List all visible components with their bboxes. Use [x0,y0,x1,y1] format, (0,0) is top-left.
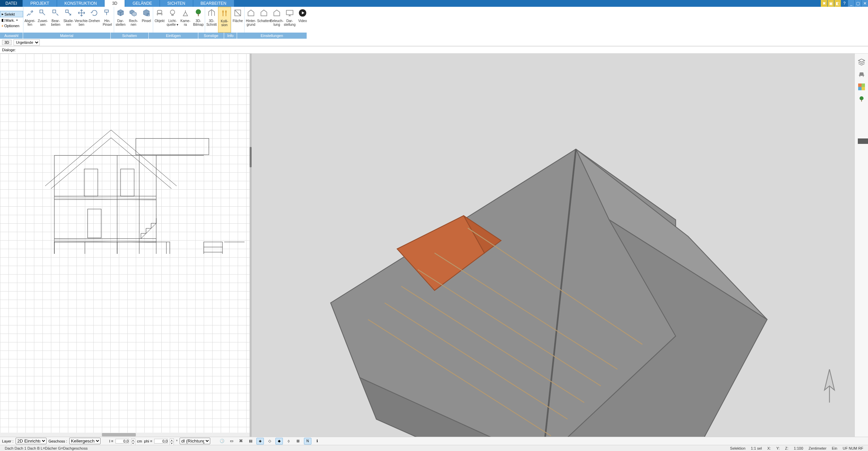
status-left: Dach Dach 1 Dach B L=Dächer G=Dachgescho… [2,446,90,450]
menu-datei[interactable]: DATEI [0,0,23,7]
ribbon-screen-button[interactable]: Dar-stellung [283,7,296,33]
svg-rect-3 [105,10,108,12]
group-label: Auswahl [0,33,23,39]
ribbon-houseo-button[interactable]: Schatten [257,7,270,33]
tool-icon[interactable]: ✖ [820,0,827,7]
icon-grid[interactable]: ⊞ [294,438,302,445]
options-button[interactable]: +Optionen [0,23,23,29]
ribbon-cubeb-button[interactable]: Pinsel [140,7,153,33]
ribbon-assign-button[interactable]: Zuwei-sen [36,7,49,33]
ribbon: ▸Selekt ◧Mark. +Optionen Abgrei-fenZuwei… [0,7,868,33]
horizontal-scrollbar[interactable] [0,433,250,437]
chair-icon [155,8,164,18]
svg-rect-0 [40,10,43,13]
svg-rect-1 [53,10,56,13]
view-2d[interactable] [0,54,250,437]
menu-3d[interactable]: 3D [105,0,125,7]
ribbon-tree-button[interactable]: 3D-Bitmap [192,7,205,33]
ribbon-area-button[interactable]: Fläche [231,7,244,33]
tool-icon[interactable]: ◧ [834,0,841,7]
section-icon [207,8,216,18]
floor-label: Geschoss : [49,439,67,443]
ribbon-section-button[interactable]: 3D-Schnitt [205,7,218,33]
menu-bar: DATEI PROJEKT KONSTRUKTION 3D GELÄNDE SI… [0,0,868,7]
phi-input[interactable] [154,439,168,444]
menu-projekt[interactable]: PROJEKT [23,0,57,7]
furniture-icon[interactable] [857,71,866,79]
svg-rect-25 [121,169,134,196]
mark-button[interactable]: ◧Mark. [0,17,23,23]
menu-gelaende[interactable]: GELÄNDE [125,0,160,7]
tree-icon[interactable] [857,95,866,103]
ribbon-cubes-button[interactable]: Rech-nen [127,7,140,33]
maximize-icon[interactable]: ▢ [854,0,861,7]
menu-konstruktion[interactable]: KONSTRUKTION [57,0,105,7]
phi-stepper[interactable]: ▴▾ [170,438,174,444]
status-y: Y: [774,446,782,450]
floor-select[interactable]: Kellergesch [69,438,101,444]
icon-n[interactable]: N [304,438,311,445]
icon-window[interactable]: ▭ [228,438,235,445]
cubes-icon [129,8,138,18]
icon-snap2[interactable]: ◇ [266,438,273,445]
layer-label: Layer : [2,439,14,443]
ribbon-eyedrop-button[interactable]: Abgrei-fen [23,7,36,33]
move-icon [77,8,86,18]
ribbon-chair-button[interactable]: Objekt [153,7,166,33]
ribbon-play-button[interactable]: Video [296,7,309,33]
menu-bearbeiten[interactable]: BEARBEITEN [193,0,234,7]
dl-select[interactable]: dl (Richtung/Di [180,438,210,444]
dialog-bar: Dialoge: [0,46,868,54]
status-z: Z: [782,446,791,450]
icon-clock[interactable]: 🕓 [218,438,226,445]
layer-select[interactable]: Urgelände [14,39,40,45]
layers-icon[interactable] [857,58,866,66]
ribbon-move-button[interactable]: Verschie-ben [75,7,88,33]
icon-snap4[interactable]: ◊ [285,438,292,445]
right-panel [854,54,868,437]
ribbon-brush-button[interactable]: Hin.Pinsel [101,7,114,33]
ribbon-bulb-button[interactable]: Licht-quelle ▾ [166,7,179,33]
view-mode[interactable]: 3D [2,40,12,45]
ribbon-group-einstellungen: Hinter-grundSchattenBeleuch-tungDar-stel… [245,7,868,33]
svg-rect-65 [859,75,864,76]
icon-stack[interactable]: ▤ [247,438,254,445]
bulb-icon [168,8,177,18]
select-button[interactable]: ▸Selekt [0,11,23,17]
status-x: X: [765,446,774,450]
group-label: Einstellungen [237,33,307,39]
ribbon-rotate-button[interactable]: Drehen [88,7,101,33]
ribbon-collision-button[interactable]: Kolli-sion [218,7,231,33]
l-stepper[interactable]: ▴▾ [131,438,135,444]
svg-rect-69 [861,100,862,102]
minimize-icon[interactable]: _ [848,0,854,7]
svg-rect-31 [54,242,170,254]
ribbon-edit-button[interactable]: Bear-beiten [49,7,62,33]
menu-sichten[interactable]: SICHTEN [160,0,193,7]
status-extra: UF NUM RF [840,446,866,450]
window-controls: ✖ ▣ ◧ ? _ ▢ ✕ [820,0,868,7]
ribbon-houseo-button[interactable]: Beleuch-tung [270,7,283,33]
close-icon[interactable]: ✕ [861,0,868,7]
ribbon-cube-button[interactable]: Dar-stellen [114,7,127,33]
layer-select-bottom[interactable]: 2D Einrichtı [16,438,47,444]
ribbon-cam-button[interactable]: Kame-ra [179,7,192,33]
l-input[interactable] [115,439,129,444]
tool-icon[interactable]: ▣ [827,0,834,7]
svg-rect-20 [136,138,209,155]
area-icon [233,8,242,18]
icon-info[interactable]: ℹ [313,438,321,445]
edit-icon [51,8,60,18]
view-3d[interactable] [252,54,854,437]
help-icon[interactable]: ? [841,0,848,7]
icon-snap1[interactable]: ◈ [256,438,264,445]
collapse-handle[interactable] [858,138,868,144]
svg-rect-15 [54,155,156,254]
icon-snap3[interactable]: ◆ [275,438,283,445]
ribbon-house-button[interactable]: Hinter-grund [245,7,257,33]
icon-people[interactable]: ⌘ [237,438,245,445]
group-label: Material [23,33,111,39]
ribbon-scale-button[interactable]: Skalie-ren [62,7,75,33]
palette-icon[interactable] [858,83,865,90]
brush-icon [103,8,112,18]
